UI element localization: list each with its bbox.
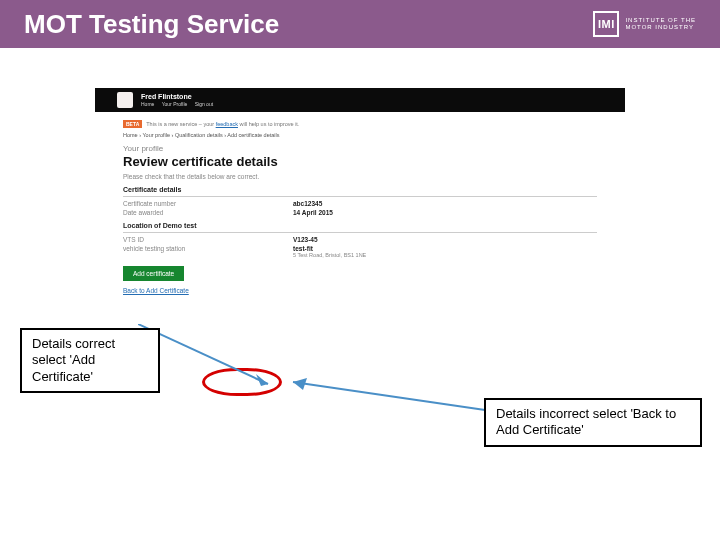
section-location: Location of Demo test [123,222,597,229]
divider [123,232,597,233]
beta-text: This is a new service – your feedback wi… [146,121,299,127]
imi-logo: IMI INSTITUTE OF THE MOTOR INDUSTRY [593,11,696,37]
callout-details-correct: Details correct select 'Add Certificate' [20,328,160,393]
vts-id-value: V123-45 [293,236,318,243]
svg-line-2 [293,382,485,410]
beta-banner: BETA This is a new service – your feedba… [123,120,597,128]
back-link[interactable]: Back to Add Certificate [123,287,597,294]
slide-header: MOT Testing Service IMI INSTITUTE OF THE… [0,0,720,48]
cert-number-value: abc12345 [293,200,322,207]
vts-id-label: VTS ID [123,236,293,243]
row-station: vehicle testing station test-fit 5 Test … [123,245,597,258]
cert-number-label: Certificate number [123,200,293,207]
user-name: Fred Flintstone [141,93,219,100]
nav-home[interactable]: Home [141,101,154,107]
gov-nav: Home Your Profile Sign out [141,101,219,107]
arrow-left [138,324,298,394]
page-title: Review certificate details [123,154,597,169]
add-certificate-button[interactable]: Add certificate [123,266,184,281]
breadcrumb[interactable]: Home › Your profile › Qualification deta… [123,132,597,138]
callout-details-incorrect: Details incorrect select 'Back to Add Ce… [484,398,702,447]
station-address: 5 Test Road, Bristol, BS1 1NE [293,252,366,258]
date-awarded-label: Date awarded [123,209,293,216]
page-desc: Please check that the details below are … [123,173,597,180]
profile-label: Your profile [123,144,597,153]
feedback-link[interactable]: feedback [216,121,238,127]
svg-marker-3 [293,378,307,390]
row-cert-number: Certificate number abc12345 [123,200,597,207]
beta-badge: BETA [123,120,142,128]
slide-content: Fred Flintstone Home Your Profile Sign o… [0,48,720,88]
slide-title: MOT Testing Service [24,9,279,40]
embedded-screenshot: Fred Flintstone Home Your Profile Sign o… [95,88,625,298]
imi-logo-text: INSTITUTE OF THE MOTOR INDUSTRY [625,17,696,30]
arrow-right [285,376,495,418]
gov-header-bar: Fred Flintstone Home Your Profile Sign o… [95,88,625,112]
station-label: vehicle testing station [123,245,293,258]
nav-signout[interactable]: Sign out [195,101,213,107]
imi-logo-box: IMI [593,11,619,37]
row-date-awarded: Date awarded 14 April 2015 [123,209,597,216]
date-awarded-value: 14 April 2015 [293,209,333,216]
station-name: test-fit [293,245,366,252]
crown-icon [117,92,133,108]
row-vts-id: VTS ID V123-45 [123,236,597,243]
divider [123,196,597,197]
section-certificate: Certificate details [123,186,597,193]
nav-profile[interactable]: Your Profile [162,101,188,107]
